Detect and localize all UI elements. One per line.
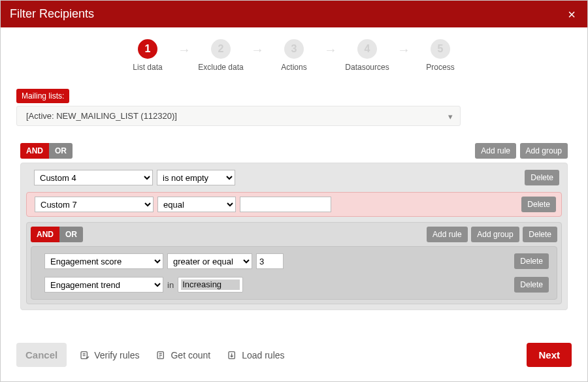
step-num: 4 (357, 39, 377, 59)
step-num: 2 (211, 39, 231, 59)
arrow-right-icon: → (251, 42, 264, 57)
nested-group: AND OR Add rule Add group Delete Engag (26, 222, 562, 304)
add-rule-button[interactable]: Add rule (475, 143, 516, 159)
value-input[interactable] (256, 253, 284, 269)
add-group-button[interactable]: Add group (471, 227, 519, 242)
step-actions[interactable]: 3 Actions (268, 39, 320, 72)
rules-container: Custom 4 is not empty Delete Custom 7 eq… (20, 163, 568, 310)
field-select[interactable]: Engagement trend (44, 277, 163, 293)
step-label: Datasources (345, 63, 389, 72)
step-process[interactable]: 5 Process (414, 39, 466, 72)
group-header: AND OR Add rule Add group (20, 143, 568, 159)
operator-select[interactable]: is not empty (157, 170, 235, 185)
step-exclude-data[interactable]: 2 Exclude data (195, 39, 247, 72)
and-button[interactable]: AND (20, 143, 49, 159)
add-rule-button[interactable]: Add rule (427, 227, 468, 242)
filter-recipients-dialog: Filter Recipients × 1 List data → 2 Excl… (0, 0, 588, 382)
verify-rules-button[interactable]: Verify rules (76, 349, 143, 361)
value-multiselect[interactable]: Increasing Neutral Decreasing (178, 277, 243, 293)
or-button[interactable]: OR (59, 227, 83, 242)
checklist-icon (80, 350, 90, 360)
field-select[interactable]: Engagement score (44, 253, 163, 269)
or-button[interactable]: OR (49, 143, 73, 159)
step-num: 3 (284, 39, 304, 59)
and-button[interactable]: AND (31, 227, 59, 242)
step-num: 5 (431, 39, 450, 59)
rule-row: Engagement trend in Increasing Neutral D… (37, 276, 551, 294)
mailing-list-label: Mailing lists: (16, 89, 69, 103)
rule-row: Custom 7 equal Delete (26, 192, 562, 217)
step-label: Exclude data (198, 63, 243, 72)
dialog-footer: Cancel Verify rules Get count Load rules… (1, 334, 587, 381)
close-icon[interactable]: × (565, 8, 578, 21)
add-group-button[interactable]: Add group (520, 143, 568, 159)
step-num: 1 (138, 39, 157, 59)
dialog-header: Filter Recipients × (1, 1, 587, 27)
query-builder-root-group: AND OR Add rule Add group Custom 4 is no… (16, 139, 572, 314)
delete-rule-button[interactable]: Delete (521, 197, 556, 212)
next-button[interactable]: Next (527, 343, 572, 367)
rules-container: Engagement score greater or equal Delete (31, 246, 557, 300)
rule-row: Custom 4 is not empty Delete (26, 168, 562, 187)
step-list-data[interactable]: 1 List data (122, 39, 174, 72)
arrow-right-icon: → (324, 42, 337, 57)
value-input[interactable] (240, 197, 331, 212)
group-actions: Add rule Add group (474, 143, 568, 159)
step-label: Process (426, 63, 454, 72)
group-header: AND OR Add rule Add group Delete (31, 227, 557, 242)
in-operator-label: in (167, 280, 174, 290)
andor-toggle: AND OR (20, 143, 73, 159)
cancel-button[interactable]: Cancel (16, 343, 67, 367)
step-datasources[interactable]: 4 Datasources (341, 39, 393, 72)
arrow-right-icon: → (178, 42, 191, 57)
dialog-title: Filter Recipients (10, 7, 94, 21)
delete-rule-button[interactable]: Delete (514, 253, 549, 269)
get-count-button[interactable]: Get count (152, 349, 214, 361)
field-select[interactable]: Custom 4 (34, 170, 153, 185)
load-icon (227, 350, 238, 360)
step-label: List data (133, 63, 162, 72)
count-icon (156, 350, 167, 360)
wizard-stepper: 1 List data → 2 Exclude data → 3 Actions… (16, 39, 572, 72)
operator-select[interactable]: greater or equal (167, 253, 252, 269)
load-rules-button[interactable]: Load rules (223, 349, 288, 361)
step-label: Actions (281, 63, 306, 72)
group-actions: Add rule Add group Delete (425, 227, 557, 242)
operator-select[interactable]: equal (157, 197, 236, 212)
mailing-list-select[interactable]: [Active: NEW_MAILING_LIST (112320)] (16, 106, 461, 126)
rule-row: Engagement score greater or equal Delete (37, 252, 551, 270)
mailing-list-section: Mailing lists: [Active: NEW_MAILING_LIST… (16, 81, 572, 126)
field-select[interactable]: Custom 7 (35, 197, 154, 212)
delete-rule-button[interactable]: Delete (525, 170, 559, 185)
delete-group-button[interactable]: Delete (523, 227, 557, 242)
arrow-right-icon: → (397, 42, 410, 57)
dialog-body: 1 List data → 2 Exclude data → 3 Actions… (1, 27, 587, 334)
delete-rule-button[interactable]: Delete (514, 277, 549, 293)
andor-toggle: AND OR (31, 227, 83, 242)
